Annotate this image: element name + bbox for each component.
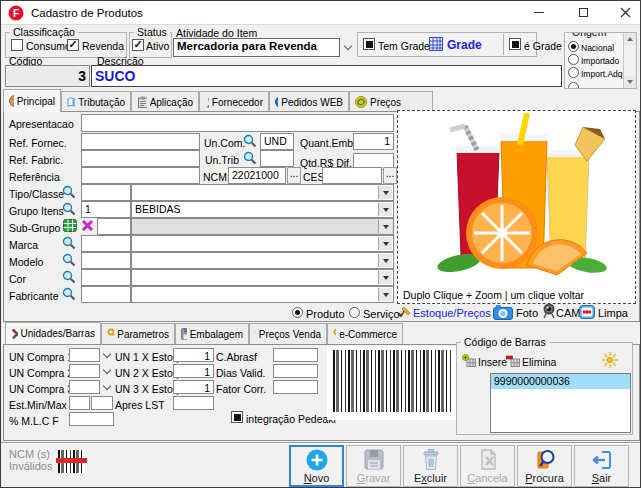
quant-emb-field[interactable]: 1 [353, 133, 394, 150]
origem-radio-partial[interactable] [568, 82, 579, 89]
un-compra-2-field[interactable] [69, 364, 100, 378]
foto-label[interactable]: Foto [516, 307, 538, 319]
cor-code-field[interactable] [81, 269, 131, 286]
close-button[interactable] [612, 1, 638, 24]
search-icon[interactable] [62, 202, 76, 216]
scroll-down-button[interactable] [624, 76, 636, 88]
chevron-down-icon[interactable] [344, 42, 352, 50]
cor-combobox[interactable] [131, 269, 394, 286]
grupo-itens-combobox[interactable]: BEBIDAS [131, 201, 394, 218]
origem-radio-nacional[interactable] [568, 41, 579, 52]
referencia-field[interactable] [81, 167, 200, 184]
sair-button[interactable]: Sair [574, 445, 629, 487]
integracao-pedeaki-checkbox[interactable] [231, 411, 243, 423]
dropdown-button[interactable] [378, 288, 392, 301]
fabricante-code-field[interactable] [81, 286, 131, 303]
search-icon[interactable] [62, 185, 76, 199]
gravar-button[interactable]: Gravar [346, 445, 401, 487]
search-icon[interactable] [243, 134, 257, 148]
tab-aplicacao[interactable]: Aplicação [131, 91, 199, 112]
origem-radio-importado[interactable] [568, 54, 579, 65]
ativo-checkbox[interactable]: ✓ [132, 39, 144, 51]
search-icon[interactable] [62, 287, 76, 301]
un2x-field[interactable]: 1 [173, 364, 214, 378]
modelo-combobox[interactable] [131, 252, 394, 269]
atividade-combobox[interactable]: Mercadoria para Revenda [173, 38, 340, 57]
revenda-checkbox[interactable]: ✓ [67, 39, 79, 51]
apresentacao-field[interactable] [81, 114, 394, 132]
est-max-field[interactable] [91, 396, 113, 410]
minimize-button[interactable] [526, 1, 552, 24]
webcam-icon[interactable] [542, 303, 556, 319]
scroll-up-button[interactable] [624, 33, 636, 45]
modelo-code-field[interactable] [81, 252, 131, 269]
tab-precos-venda[interactable]: Preços Venda [249, 323, 327, 344]
product-photo-panel[interactable]: Duplo Clique + Zoom | um clique voltar [397, 110, 636, 304]
excluir-button[interactable]: Excluir [403, 445, 458, 487]
est-min-field[interactable] [69, 396, 90, 410]
limpa-label[interactable]: Limpa [598, 307, 628, 319]
un-compra-3-field[interactable] [69, 380, 100, 394]
tab-precos[interactable]: Preços [349, 91, 433, 112]
sub-grupo-code-field[interactable] [97, 218, 131, 235]
consumo-checkbox[interactable] [11, 39, 23, 51]
un-com-field[interactable]: UND [260, 133, 294, 150]
barcode-list[interactable]: 9990000000036 [490, 373, 631, 433]
elimina-button[interactable]: Elimina [522, 356, 556, 368]
search-icon[interactable] [62, 270, 76, 284]
dropdown-button[interactable] [378, 186, 392, 199]
insere-button[interactable]: Insere [478, 356, 507, 368]
grupo-itens-code-field[interactable]: 1 [81, 201, 131, 218]
cest-lookup-button[interactable]: ... [383, 167, 397, 184]
tab-principal[interactable]: Principal [3, 89, 61, 112]
cancela-button[interactable]: Cancela [460, 445, 515, 487]
product-photo[interactable] [399, 113, 634, 281]
apres-lst-field[interactable] [173, 396, 214, 410]
servico-radio[interactable] [349, 307, 360, 318]
fabricante-combobox[interactable] [131, 286, 394, 303]
table-add-icon[interactable] [63, 219, 77, 232]
cest-field[interactable] [322, 167, 382, 184]
codigo-field[interactable]: 3 [5, 65, 90, 87]
grade-button[interactable]: Grade [447, 39, 482, 51]
edit-icon[interactable] [397, 305, 412, 319]
estoque-precos-link[interactable]: Estoque/Preços [413, 307, 491, 319]
tab-unidades-barras[interactable]: Unidades/Barras [5, 322, 101, 344]
tab-pedidos-web[interactable]: Pedidos WEB [269, 91, 349, 112]
tab-fornecedor[interactable]: Fornecedor [199, 91, 269, 112]
tab-parametros[interactable]: Parametros [101, 323, 175, 344]
dropdown-button[interactable] [378, 220, 392, 233]
un1x-field[interactable]: 1 [173, 348, 214, 362]
tab-tributacao[interactable]: Tributação [61, 91, 131, 112]
tem-grade-checkbox[interactable] [363, 38, 375, 50]
tab-embalagem[interactable]: Embalagem [175, 323, 249, 344]
origem-radio-import-adq[interactable] [568, 67, 579, 78]
procura-button[interactable]: Procura [517, 445, 572, 487]
search-icon[interactable] [62, 253, 76, 267]
camera-icon[interactable] [493, 304, 513, 320]
fator-corr-field[interactable] [273, 380, 318, 394]
tab-ecommerce[interactable]: e-Commerce [327, 323, 403, 344]
produto-radio[interactable] [292, 307, 303, 318]
barcode-list-item-selected[interactable]: 9990000000036 [491, 374, 630, 389]
dropdown-button[interactable] [378, 203, 392, 216]
dropdown-button[interactable] [378, 254, 392, 267]
un3x-field[interactable]: 1 [173, 380, 214, 394]
origem-scrollbar[interactable] [623, 33, 636, 88]
tipo-classe-combobox[interactable] [131, 184, 394, 201]
tipo-classe-code-field[interactable] [81, 184, 131, 201]
ref-fornec-field[interactable] [81, 133, 200, 150]
search-icon[interactable] [243, 151, 257, 165]
add-barcode-icon[interactable] [462, 354, 476, 367]
marca-code-field[interactable] [81, 235, 131, 252]
c-abrasf-field[interactable] [273, 348, 318, 362]
novo-button[interactable]: Novo [289, 445, 344, 487]
sub-grupo-combobox[interactable] [131, 218, 394, 235]
un-trib-field[interactable] [260, 150, 294, 167]
mlcf-field[interactable] [69, 412, 114, 426]
dropdown-button[interactable] [378, 237, 392, 250]
maximize-button[interactable] [570, 1, 596, 24]
cam-label[interactable]: CAM [556, 307, 580, 319]
remove-barcode-icon[interactable] [506, 354, 520, 367]
ncm-lookup-button[interactable]: ... [287, 167, 301, 184]
